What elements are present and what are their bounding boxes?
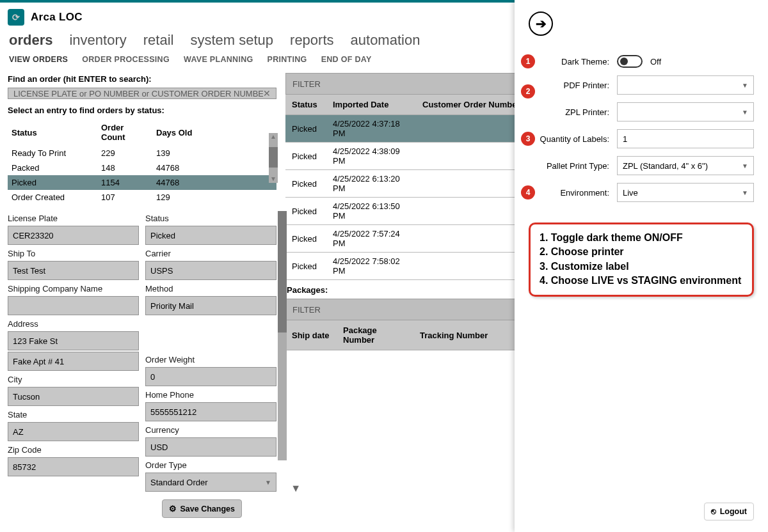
- zpl-printer-select[interactable]: ▼: [617, 102, 754, 121]
- field-input[interactable]: 85732: [8, 457, 139, 476]
- qty-labels-label: Quantity of Labels:: [538, 134, 609, 144]
- status-caption: Select an entry to find orders by status…: [8, 104, 276, 119]
- chevron-down-icon: ▼: [742, 82, 748, 89]
- search-input[interactable]: [13, 89, 263, 98]
- nav-automation[interactable]: automation: [351, 32, 420, 49]
- app-logo: ⟳: [8, 9, 24, 26]
- chevron-down-icon: ▼: [265, 479, 271, 486]
- status-col-count[interactable]: Order Count: [97, 119, 152, 146]
- field-label: Currency: [145, 423, 276, 436]
- pallet-type-select[interactable]: ZPL (Standard, 4" x 6")▼: [617, 156, 754, 175]
- settings-panel: ➔ 1 Dark Theme: Off 2 PDF Printer: ▼ ZPL…: [515, 0, 768, 532]
- chevron-down-icon: ▼: [742, 109, 748, 116]
- status-scrollbar[interactable]: ▲ ▼: [269, 133, 278, 183]
- chevron-down-icon: ▼: [742, 162, 748, 169]
- subnav-wave-planning[interactable]: WAVE PLANNING: [184, 55, 253, 64]
- subnav-order-processing[interactable]: ORDER PROCESSING: [82, 55, 170, 64]
- nav-retail[interactable]: retail: [143, 32, 174, 49]
- search-row: ✕: [8, 88, 276, 99]
- field-label: Order Type: [145, 458, 276, 471]
- subnav-view-orders[interactable]: VIEW ORDERS: [9, 55, 68, 64]
- nav-orders[interactable]: orders: [9, 32, 52, 49]
- field-input[interactable]: 123 Fake St: [8, 331, 139, 350]
- status-col-status[interactable]: Status: [8, 119, 97, 146]
- dark-theme-label: Dark Theme:: [538, 57, 609, 66]
- field-label: Status: [145, 211, 276, 224]
- scroll-down-icon[interactable]: ▼: [269, 175, 278, 183]
- table-row[interactable]: Packed14844768: [8, 160, 276, 175]
- table-row[interactable]: Picked115444768: [8, 175, 276, 190]
- logout-button[interactable]: ⎋ Logout: [704, 503, 754, 520]
- field-label: Address: [8, 317, 139, 330]
- dark-theme-value: Off: [650, 57, 661, 66]
- field-input[interactable]: USD: [145, 437, 276, 457]
- field-label: Home Phone: [145, 387, 276, 401]
- field-input[interactable]: Fake Apt # 41: [8, 352, 139, 371]
- pallet-type-label: Pallet Print Type:: [538, 161, 609, 171]
- search-label: Find an order (hit ENTER to search):: [8, 73, 276, 88]
- field-input[interactable]: [8, 296, 139, 315]
- instructions-callout: 1. Toggle dark theme ON/OFF 2. Choose pr…: [529, 223, 754, 297]
- field-input[interactable]: Standard Order▼: [145, 473, 276, 492]
- table-row[interactable]: Order Created107129: [8, 190, 276, 205]
- field-label: Carrier: [145, 246, 276, 260]
- field-input[interactable]: Tucson: [8, 387, 139, 406]
- step-badge-4: 4: [521, 185, 535, 199]
- clear-search-icon[interactable]: ✕: [263, 88, 271, 98]
- field-label: Zip Code: [8, 442, 139, 456]
- field-label: State: [8, 407, 139, 421]
- arrow-right-icon: ➔: [536, 16, 547, 31]
- field-label: Method: [145, 281, 276, 295]
- field-label: Order Weight: [145, 352, 276, 366]
- expand-caret-icon[interactable]: ▼: [287, 480, 301, 494]
- field-input[interactable]: 0: [145, 367, 276, 386]
- field-label: Shipping Company Name: [8, 281, 139, 295]
- pdf-printer-select[interactable]: ▼: [617, 75, 754, 95]
- status-table: Status Order Count Days Old Ready To Pri…: [8, 119, 276, 205]
- step-badge-3: 3: [521, 132, 535, 146]
- field-input[interactable]: CER23320: [8, 226, 139, 245]
- col-status[interactable]: Status: [285, 95, 326, 115]
- field-label: City: [8, 372, 139, 386]
- subnav-end-of-day[interactable]: END OF DAY: [321, 55, 372, 64]
- logout-icon: ⎋: [711, 507, 716, 516]
- zpl-printer-label: ZPL Printer:: [538, 107, 609, 117]
- close-panel-button[interactable]: ➔: [529, 12, 553, 36]
- dark-theme-toggle[interactable]: [617, 55, 643, 68]
- table-row[interactable]: Ready To Print229139: [8, 146, 276, 160]
- environment-select[interactable]: Live▼: [617, 183, 754, 202]
- field-label: Ship To: [8, 246, 139, 260]
- environment-label: Environment:: [538, 188, 609, 198]
- scroll-thumb[interactable]: [278, 211, 287, 332]
- field-input[interactable]: AZ: [8, 422, 139, 441]
- col-pkgnum[interactable]: Package Number: [337, 320, 413, 350]
- step-badge-2: 2: [521, 84, 535, 98]
- col-imported[interactable]: Imported Date: [326, 95, 416, 115]
- field-input[interactable]: Test Test: [8, 261, 139, 280]
- field-label: License Plate: [8, 211, 139, 224]
- detail-scrollbar[interactable]: [278, 211, 287, 460]
- qty-labels-input[interactable]: 1: [617, 129, 754, 148]
- status-col-days[interactable]: Days Old: [152, 119, 276, 146]
- field-input[interactable]: 5555551212: [145, 402, 276, 421]
- chevron-down-icon: ▼: [742, 189, 748, 196]
- pdf-printer-label: PDF Printer:: [538, 81, 609, 90]
- scroll-up-icon[interactable]: ▲: [269, 133, 278, 141]
- scroll-thumb[interactable]: [269, 147, 278, 168]
- nav-reports[interactable]: reports: [290, 32, 333, 49]
- field-input[interactable]: Priority Mail: [145, 296, 276, 315]
- field-input[interactable]: Picked: [145, 226, 276, 245]
- field-input[interactable]: USPS: [145, 261, 276, 280]
- col-shipdate[interactable]: Ship date: [285, 320, 337, 350]
- nav-system-setup[interactable]: system setup: [190, 32, 273, 49]
- save-changes-button[interactable]: ⚙ Save Changes: [162, 499, 242, 518]
- nav-inventory[interactable]: inventory: [69, 32, 126, 49]
- subnav-printing[interactable]: PRINTING: [268, 55, 307, 64]
- step-badge-1: 1: [521, 54, 535, 68]
- save-icon: ⚙: [169, 504, 177, 513]
- app-title: Arca LOC: [31, 11, 83, 24]
